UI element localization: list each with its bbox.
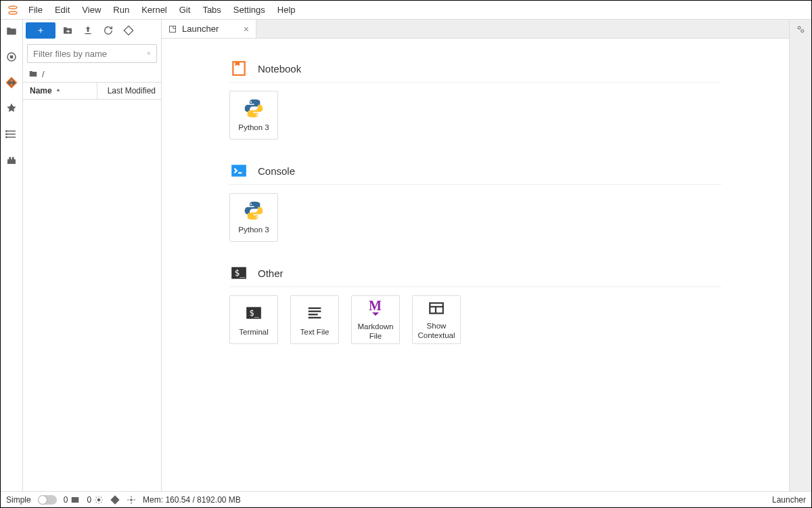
simple-label: Simple	[6, 495, 31, 505]
file-list	[23, 100, 161, 491]
file-browser: / Name Last Modified	[23, 20, 162, 491]
svg-point-11	[6, 137, 7, 138]
section-notebook: Notebook	[229, 59, 721, 83]
tab-close-button[interactable]: ×	[244, 24, 249, 35]
running-icon[interactable]	[5, 51, 18, 63]
svg-text:$_: $_	[250, 308, 260, 318]
svg-line-14	[150, 54, 150, 55]
svg-point-1	[9, 12, 17, 14]
card-terminal[interactable]: $_ Terminal	[229, 295, 278, 344]
git-toolbar-button[interactable]	[120, 22, 137, 39]
card-label: Show Contextual	[415, 322, 457, 341]
status-mode: Launcher	[772, 495, 806, 505]
markdown-icon: M	[365, 298, 386, 318]
svg-text:M: M	[369, 298, 382, 313]
lsp-status-icon[interactable]	[127, 495, 136, 505]
svg-point-4	[11, 80, 12, 81]
menu-file[interactable]: File	[22, 2, 49, 18]
breadcrumb[interactable]: /	[23, 66, 161, 82]
svg-text:$_: $_	[235, 268, 246, 278]
svg-rect-29	[309, 314, 318, 315]
folder-icon[interactable]	[5, 25, 18, 37]
card-notebook-python3[interactable]: Python 3	[229, 91, 278, 140]
card-label: Python 3	[238, 123, 269, 133]
svg-rect-3	[10, 56, 14, 59]
console-section-icon	[229, 161, 248, 180]
svg-point-13	[148, 52, 150, 54]
memory-status[interactable]: Mem: 160.54 / 8192.00 MB	[143, 495, 241, 505]
svg-rect-15	[170, 26, 176, 32]
property-inspector-rail	[789, 20, 811, 491]
status-kernels[interactable]: 0	[87, 495, 104, 505]
terminal-status-icon	[70, 495, 80, 505]
section-title: Console	[258, 165, 295, 177]
svg-rect-27	[309, 308, 321, 309]
svg-rect-12	[85, 33, 91, 34]
menu-view[interactable]: View	[76, 2, 107, 18]
menu-git[interactable]: Git	[173, 2, 197, 18]
svg-point-17	[250, 102, 252, 103]
menu-settings[interactable]: Settings	[227, 2, 271, 18]
python-icon	[243, 200, 265, 221]
card-label: Terminal	[239, 328, 268, 337]
menu-kernel[interactable]: Kernel	[135, 2, 173, 18]
status-bar: Simple 0 0 Mem: 160.54 / 8192.00 MB Laun…	[1, 491, 811, 507]
terminal-icon: $_	[243, 302, 265, 324]
col-modified[interactable]: Last Modified	[97, 83, 161, 99]
svg-point-39	[130, 499, 133, 501]
svg-point-9	[6, 131, 7, 132]
toc-icon[interactable]	[5, 128, 18, 140]
card-label: Text File	[300, 328, 330, 337]
git-status-icon[interactable]	[110, 495, 120, 505]
svg-rect-28	[309, 311, 321, 312]
launcher-body: Notebook Python 3 Console Python 3	[162, 39, 789, 491]
svg-rect-37	[72, 496, 79, 502]
section-other: $_ Other	[229, 263, 721, 287]
notebook-section-icon	[229, 59, 248, 78]
col-name[interactable]: Name	[23, 86, 97, 96]
tab-launcher[interactable]: Launcher ×	[162, 20, 256, 38]
card-label: Markdown File	[355, 322, 397, 341]
extensions-icon[interactable]	[5, 154, 18, 166]
git-icon[interactable]	[5, 77, 18, 89]
gears-icon[interactable]	[795, 24, 806, 35]
card-textfile[interactable]: Text File	[290, 295, 339, 344]
work-area: Launcher × Notebook Python 3 Console	[162, 20, 789, 491]
refresh-button[interactable]	[100, 22, 116, 39]
section-console: Console	[229, 161, 721, 185]
upload-button[interactable]	[80, 22, 96, 39]
tab-title: Launcher	[182, 24, 219, 34]
menu-tabs[interactable]: Tabs	[196, 2, 227, 18]
menu-bar: File Edit View Run Kernel Git Tabs Setti…	[1, 1, 811, 20]
svg-point-22	[256, 216, 257, 217]
other-section-icon: $_	[229, 263, 248, 282]
folder-icon	[28, 69, 38, 79]
svg-point-35	[798, 26, 800, 29]
activity-bar	[1, 20, 23, 491]
section-title: Notebook	[258, 63, 301, 75]
python-icon	[243, 98, 265, 119]
contextual-icon	[426, 299, 447, 318]
svg-point-21	[250, 204, 252, 205]
filter-input[interactable]	[33, 49, 147, 59]
new-folder-button[interactable]	[60, 22, 76, 39]
menu-run[interactable]: Run	[107, 2, 135, 18]
card-markdown[interactable]: M Markdown File	[351, 295, 400, 344]
card-contextual[interactable]: Show Contextual	[412, 295, 461, 344]
kernel-status-icon	[94, 495, 104, 505]
section-title: Other	[258, 268, 284, 279]
simple-toggle[interactable]	[38, 495, 57, 505]
menu-edit[interactable]: Edit	[49, 2, 76, 18]
status-terminals[interactable]: 0	[64, 495, 81, 505]
svg-point-10	[6, 133, 7, 135]
menu-help[interactable]: Help	[271, 2, 302, 18]
svg-point-36	[801, 30, 804, 33]
svg-point-5	[11, 84, 12, 85]
card-console-python3[interactable]: Python 3	[229, 193, 278, 242]
sort-asc-icon	[55, 87, 62, 94]
textfile-icon	[304, 302, 325, 324]
commands-icon[interactable]	[5, 102, 18, 114]
svg-rect-30	[309, 317, 321, 318]
new-launcher-button[interactable]	[26, 22, 55, 39]
svg-rect-19	[231, 165, 246, 176]
